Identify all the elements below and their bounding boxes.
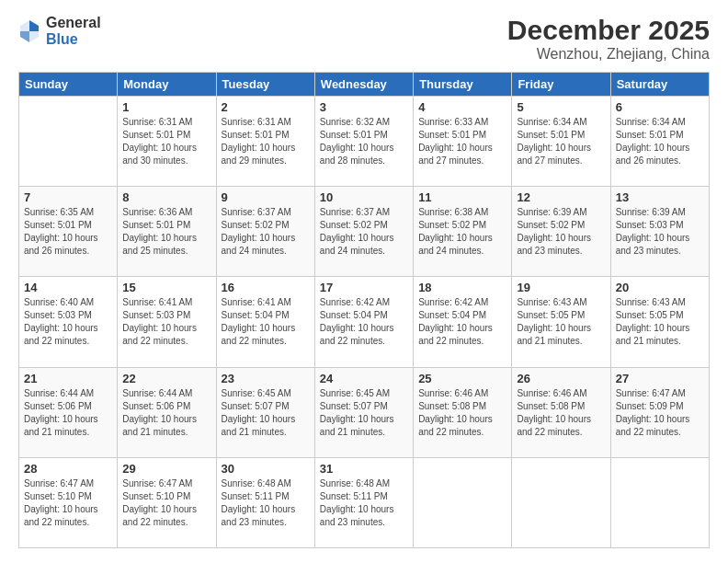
day-number: 27	[616, 372, 704, 385]
table-row: 21Sunrise: 6:44 AMSunset: 5:06 PMDayligh…	[19, 367, 118, 457]
table-row: 16Sunrise: 6:41 AMSunset: 5:04 PMDayligh…	[216, 277, 314, 367]
svg-marker-2	[20, 31, 29, 42]
table-row: 12Sunrise: 6:39 AMSunset: 5:02 PMDayligh…	[512, 187, 610, 277]
day-number: 22	[122, 372, 210, 385]
day-number: 6	[616, 100, 704, 114]
day-number: 2	[222, 100, 310, 114]
day-info: Sunrise: 6:44 AMSunset: 5:06 PMDaylight:…	[122, 387, 210, 439]
table-row: 15Sunrise: 6:41 AMSunset: 5:03 PMDayligh…	[118, 277, 216, 367]
day-number: 3	[320, 100, 408, 114]
day-number: 30	[222, 462, 310, 476]
table-row	[19, 97, 118, 187]
calendar-header-row: Sunday Monday Tuesday Wednesday Thursday…	[19, 73, 710, 97]
day-info: Sunrise: 6:44 AMSunset: 5:06 PMDaylight:…	[24, 387, 112, 439]
day-number: 11	[418, 190, 506, 204]
day-info: Sunrise: 6:33 AMSunset: 5:01 PMDaylight:…	[418, 116, 506, 167]
day-number: 21	[24, 372, 112, 385]
table-row: 30Sunrise: 6:48 AMSunset: 5:11 PMDayligh…	[216, 457, 314, 547]
col-saturday: Saturday	[610, 73, 709, 97]
location: Wenzhou, Zhejiang, China	[507, 46, 710, 63]
col-thursday: Thursday	[414, 73, 512, 97]
day-number: 26	[517, 372, 605, 385]
day-info: Sunrise: 6:46 AMSunset: 5:08 PMDaylight:…	[418, 387, 506, 439]
day-info: Sunrise: 6:34 AMSunset: 5:01 PMDaylight:…	[517, 116, 605, 167]
table-row: 26Sunrise: 6:46 AMSunset: 5:08 PMDayligh…	[512, 367, 610, 457]
table-row: 25Sunrise: 6:46 AMSunset: 5:08 PMDayligh…	[414, 367, 512, 457]
table-row: 7Sunrise: 6:35 AMSunset: 5:01 PMDaylight…	[19, 187, 118, 277]
logo-blue-text: Blue	[46, 31, 101, 48]
day-info: Sunrise: 6:34 AMSunset: 5:01 PMDaylight:…	[616, 116, 704, 167]
table-row: 11Sunrise: 6:38 AMSunset: 5:02 PMDayligh…	[414, 187, 512, 277]
col-wednesday: Wednesday	[314, 73, 413, 97]
day-info: Sunrise: 6:41 AMSunset: 5:04 PMDaylight:…	[222, 296, 310, 348]
calendar-week-row: 1Sunrise: 6:31 AMSunset: 5:01 PMDaylight…	[19, 97, 710, 187]
calendar-table: Sunday Monday Tuesday Wednesday Thursday…	[18, 72, 710, 548]
day-info: Sunrise: 6:45 AMSunset: 5:07 PMDaylight:…	[320, 387, 408, 439]
day-number: 20	[616, 281, 704, 294]
day-number: 8	[122, 190, 210, 204]
table-row: 5Sunrise: 6:34 AMSunset: 5:01 PMDaylight…	[512, 97, 610, 187]
day-info: Sunrise: 6:46 AMSunset: 5:08 PMDaylight:…	[517, 387, 605, 439]
table-row: 17Sunrise: 6:42 AMSunset: 5:04 PMDayligh…	[314, 277, 413, 367]
day-number: 15	[122, 281, 210, 294]
col-monday: Monday	[118, 73, 216, 97]
day-number: 12	[517, 190, 605, 204]
table-row: 23Sunrise: 6:45 AMSunset: 5:07 PMDayligh…	[216, 367, 314, 457]
day-info: Sunrise: 6:38 AMSunset: 5:02 PMDaylight:…	[418, 206, 506, 258]
table-row: 20Sunrise: 6:43 AMSunset: 5:05 PMDayligh…	[610, 277, 709, 367]
day-number: 5	[517, 100, 605, 114]
col-sunday: Sunday	[19, 73, 118, 97]
calendar-week-row: 14Sunrise: 6:40 AMSunset: 5:03 PMDayligh…	[19, 277, 710, 367]
table-row	[610, 457, 709, 547]
calendar-week-row: 21Sunrise: 6:44 AMSunset: 5:06 PMDayligh…	[19, 367, 710, 457]
day-info: Sunrise: 6:36 AMSunset: 5:01 PMDaylight:…	[122, 206, 210, 258]
day-number: 13	[616, 190, 704, 204]
day-number: 9	[222, 190, 310, 204]
table-row: 13Sunrise: 6:39 AMSunset: 5:03 PMDayligh…	[610, 187, 709, 277]
day-number: 10	[320, 190, 408, 204]
day-info: Sunrise: 6:43 AMSunset: 5:05 PMDaylight:…	[517, 296, 605, 348]
day-info: Sunrise: 6:37 AMSunset: 5:02 PMDaylight:…	[320, 206, 408, 258]
page: General Blue December 2025 Wenzhou, Zhej…	[0, 0, 728, 563]
day-number: 19	[517, 281, 605, 294]
day-info: Sunrise: 6:47 AMSunset: 5:10 PMDaylight:…	[122, 477, 210, 529]
title-block: December 2025 Wenzhou, Zhejiang, China	[507, 15, 710, 63]
day-info: Sunrise: 6:42 AMSunset: 5:04 PMDaylight:…	[320, 296, 408, 348]
table-row: 28Sunrise: 6:47 AMSunset: 5:10 PMDayligh…	[19, 457, 118, 547]
day-number: 29	[122, 462, 210, 476]
day-info: Sunrise: 6:39 AMSunset: 5:02 PMDaylight:…	[517, 206, 605, 258]
table-row: 6Sunrise: 6:34 AMSunset: 5:01 PMDaylight…	[610, 97, 709, 187]
day-number: 16	[222, 281, 310, 294]
day-info: Sunrise: 6:41 AMSunset: 5:03 PMDaylight:…	[122, 296, 210, 348]
table-row: 1Sunrise: 6:31 AMSunset: 5:01 PMDaylight…	[118, 97, 216, 187]
header: General Blue December 2025 Wenzhou, Zhej…	[18, 15, 710, 63]
day-info: Sunrise: 6:32 AMSunset: 5:01 PMDaylight:…	[320, 116, 408, 167]
day-number: 17	[320, 281, 408, 294]
day-info: Sunrise: 6:47 AMSunset: 5:10 PMDaylight:…	[24, 477, 112, 529]
table-row: 22Sunrise: 6:44 AMSunset: 5:06 PMDayligh…	[118, 367, 216, 457]
day-info: Sunrise: 6:39 AMSunset: 5:03 PMDaylight:…	[616, 206, 704, 258]
day-info: Sunrise: 6:48 AMSunset: 5:11 PMDaylight:…	[320, 477, 408, 529]
day-number: 1	[122, 100, 210, 114]
day-number: 25	[418, 372, 506, 385]
day-info: Sunrise: 6:45 AMSunset: 5:07 PMDaylight:…	[222, 387, 310, 439]
day-number: 24	[320, 372, 408, 385]
col-friday: Friday	[512, 73, 610, 97]
table-row: 3Sunrise: 6:32 AMSunset: 5:01 PMDaylight…	[314, 97, 413, 187]
table-row: 2Sunrise: 6:31 AMSunset: 5:01 PMDaylight…	[216, 97, 314, 187]
logo-general-text: General	[46, 15, 101, 31]
day-number: 18	[418, 281, 506, 294]
table-row: 24Sunrise: 6:45 AMSunset: 5:07 PMDayligh…	[314, 367, 413, 457]
svg-marker-1	[29, 20, 39, 31]
table-row: 4Sunrise: 6:33 AMSunset: 5:01 PMDaylight…	[414, 97, 512, 187]
day-number: 23	[222, 372, 310, 385]
month-year: December 2025	[507, 15, 710, 46]
table-row: 29Sunrise: 6:47 AMSunset: 5:10 PMDayligh…	[118, 457, 216, 547]
day-number: 28	[24, 462, 112, 476]
day-number: 31	[320, 462, 408, 476]
logo-text: General Blue	[46, 15, 101, 47]
day-info: Sunrise: 6:48 AMSunset: 5:11 PMDaylight:…	[222, 477, 310, 529]
day-info: Sunrise: 6:47 AMSunset: 5:09 PMDaylight:…	[616, 387, 704, 439]
calendar-week-row: 28Sunrise: 6:47 AMSunset: 5:10 PMDayligh…	[19, 457, 710, 547]
table-row	[512, 457, 610, 547]
